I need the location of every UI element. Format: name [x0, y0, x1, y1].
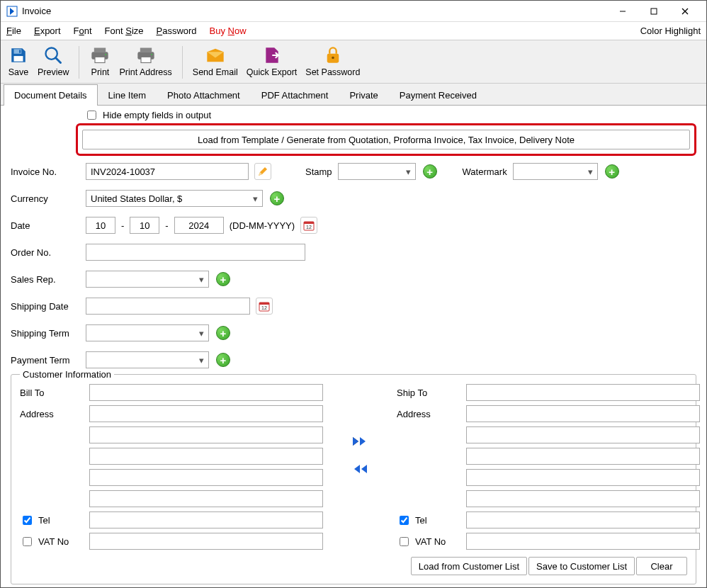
- print-address-label: Print Address: [119, 67, 171, 77]
- quick-export-button[interactable]: Quick Export: [244, 43, 300, 81]
- menu-font-size[interactable]: Font Size: [105, 26, 144, 36]
- tab-line-item[interactable]: Line Item: [98, 84, 157, 106]
- shipping-date-picker-button[interactable]: 12: [256, 298, 273, 315]
- tab-private[interactable]: Private: [339, 84, 388, 106]
- chevron-down-icon: ▾: [199, 355, 204, 366]
- copy-ship-to-bill-button[interactable]: [349, 460, 371, 480]
- magnifier-icon: [43, 46, 64, 64]
- bill-address-2-input[interactable]: [89, 426, 323, 443]
- add-payment-term-button[interactable]: +: [215, 351, 232, 368]
- ship-tel-input[interactable]: [466, 511, 700, 528]
- plus-icon: +: [423, 164, 437, 179]
- bill-vat-label: VAT No: [38, 536, 69, 547]
- bill-tel-checkbox[interactable]: [23, 516, 32, 525]
- load-template-button[interactable]: Load from Template / Generate from Quota…: [82, 130, 690, 149]
- tab-photo-attachment[interactable]: Photo Attachment: [157, 84, 251, 106]
- add-watermark-button[interactable]: +: [604, 163, 621, 180]
- bill-address-4-input[interactable]: [89, 469, 323, 486]
- close-button[interactable]: [669, 1, 701, 22]
- double-arrow-right-icon: [351, 436, 368, 447]
- svg-rect-7: [19, 50, 21, 52]
- date-picker-button[interactable]: 12: [300, 217, 317, 234]
- bill-address-1-input[interactable]: [89, 405, 323, 422]
- ship-address-5-input[interactable]: [466, 490, 700, 507]
- bill-vat-input[interactable]: [89, 533, 323, 550]
- bill-address-3-input[interactable]: [89, 448, 323, 465]
- date-label: Date: [11, 220, 80, 231]
- payment-term-select[interactable]: ▾: [86, 351, 209, 368]
- add-shipping-term-button[interactable]: +: [215, 324, 232, 341]
- tab-document-details[interactable]: Document Details: [4, 84, 98, 106]
- bill-vat-checkbox[interactable]: [23, 537, 32, 546]
- date-day-input[interactable]: [86, 217, 115, 234]
- add-stamp-button[interactable]: +: [422, 163, 439, 180]
- sales-rep-select[interactable]: ▾: [86, 271, 209, 288]
- svg-rect-12: [95, 57, 105, 62]
- menu-export[interactable]: Export: [34, 26, 61, 36]
- order-no-input[interactable]: [86, 244, 305, 261]
- stamp-select[interactable]: ▾: [338, 163, 416, 180]
- plus-icon: +: [216, 353, 230, 367]
- print-button[interactable]: Print: [86, 43, 113, 81]
- preview-button[interactable]: Preview: [35, 43, 72, 81]
- svg-rect-2: [651, 9, 657, 14]
- ship-to-label: Ship To: [397, 388, 462, 398]
- menu-password[interactable]: Password: [157, 26, 197, 36]
- svg-rect-14: [140, 48, 151, 52]
- load-from-customer-list-button[interactable]: Load from Customer List: [411, 557, 527, 575]
- menubar: File Export Font Font Size Password Buy …: [1, 22, 706, 40]
- add-sales-rep-button[interactable]: +: [215, 271, 232, 288]
- edit-invoice-no-button[interactable]: [254, 163, 271, 180]
- bill-tel-input[interactable]: [89, 511, 323, 528]
- clear-customer-button[interactable]: Clear: [636, 557, 687, 575]
- chevron-down-icon: ▾: [406, 166, 411, 177]
- preview-label: Preview: [38, 67, 69, 77]
- currency-select[interactable]: United States Dollar, $ ▾: [86, 190, 263, 207]
- copy-bill-to-ship-button[interactable]: [349, 433, 371, 452]
- date-year-input[interactable]: [174, 217, 224, 234]
- bill-to-name-input[interactable]: [89, 384, 323, 401]
- svg-rect-16: [141, 57, 151, 62]
- plus-icon: +: [270, 191, 284, 205]
- add-currency-button[interactable]: +: [268, 190, 285, 207]
- payment-term-label: Payment Term: [11, 355, 80, 366]
- window-title: Invoice: [22, 6, 51, 16]
- send-email-button[interactable]: Send Email: [190, 43, 241, 81]
- shipping-date-input[interactable]: [86, 298, 250, 315]
- ship-to-name-input[interactable]: [466, 384, 700, 401]
- menu-buy-now[interactable]: Buy Now: [210, 26, 247, 36]
- minimize-button[interactable]: [607, 1, 638, 22]
- save-to-customer-list-button[interactable]: Save to Customer List: [528, 557, 635, 575]
- ship-tel-checkbox[interactable]: [400, 516, 409, 525]
- menu-file[interactable]: File: [6, 26, 21, 36]
- date-month-input[interactable]: [130, 217, 159, 234]
- invoice-no-input[interactable]: [86, 163, 249, 180]
- tab-pdf-attachment[interactable]: PDF Attachment: [251, 84, 339, 106]
- ship-vat-input[interactable]: [466, 533, 700, 550]
- hide-empty-checkbox[interactable]: [87, 111, 96, 120]
- bill-address-5-input[interactable]: [89, 490, 323, 507]
- plus-icon: +: [605, 164, 619, 179]
- chevron-down-icon: ▾: [199, 274, 204, 285]
- ship-address-4-input[interactable]: [466, 469, 700, 486]
- hide-empty-checkbox-label[interactable]: Hide empty fields in output: [84, 108, 211, 122]
- shipping-term-select[interactable]: ▾: [86, 324, 209, 341]
- chevron-down-icon: ▾: [588, 166, 593, 177]
- save-button[interactable]: Save: [5, 43, 32, 81]
- save-label: Save: [9, 67, 29, 77]
- ship-address-2-input[interactable]: [466, 426, 700, 443]
- set-password-button[interactable]: Set Password: [302, 43, 363, 81]
- svg-rect-10: [94, 48, 106, 52]
- ship-vat-label: VAT No: [415, 536, 446, 547]
- menu-font[interactable]: Font: [74, 26, 92, 36]
- menu-color-highlight[interactable]: Color Highlight: [640, 26, 701, 36]
- pencil-icon: [257, 166, 268, 177]
- maximize-button[interactable]: [638, 1, 669, 22]
- toolbar: Save Preview Print Print Address Send Em…: [1, 40, 706, 84]
- tab-payment-received[interactable]: Payment Received: [389, 84, 487, 106]
- ship-address-1-input[interactable]: [466, 405, 700, 422]
- ship-vat-checkbox[interactable]: [400, 537, 409, 546]
- print-address-button[interactable]: Print Address: [116, 43, 174, 81]
- watermark-select[interactable]: ▾: [513, 163, 598, 180]
- ship-address-3-input[interactable]: [466, 448, 700, 465]
